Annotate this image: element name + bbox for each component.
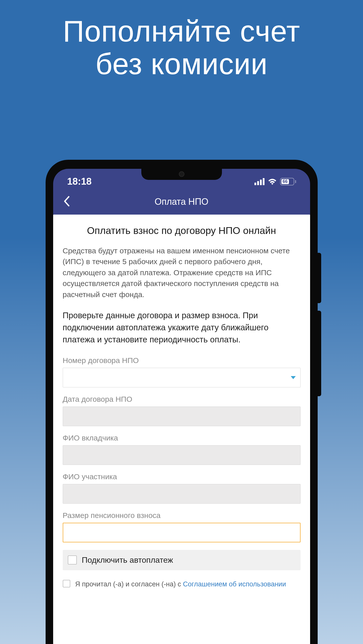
- contract-number-label: Номер договора НПО: [63, 356, 301, 365]
- contribution-amount-input[interactable]: [63, 523, 301, 542]
- agreement-section: Я прочитал (-а) и согласен (-на) с Согла…: [63, 580, 301, 589]
- signal-icon: [254, 178, 265, 185]
- autopay-checkbox[interactable]: [68, 555, 77, 565]
- phone-frame-wrapper: 18:18 66: [46, 160, 318, 644]
- phone-notch: [141, 169, 222, 180]
- content-area: Оплатить взнос по договору НПО онлайн Ср…: [53, 215, 310, 644]
- content-instruction: Проверьте данные договора и размер взнос…: [63, 309, 301, 346]
- depositor-name-label: ФИО вкладчика: [63, 434, 301, 442]
- autopay-section: Подключить автоплатеж: [63, 550, 301, 570]
- chevron-down-icon: [291, 376, 296, 379]
- contribution-amount-label: Размер пенсионного взноса: [63, 511, 301, 520]
- side-button: [318, 311, 321, 396]
- status-time: 18:18: [67, 176, 92, 187]
- depositor-name-input[interactable]: [63, 445, 301, 465]
- side-button: [318, 253, 321, 303]
- participant-name-label: ФИО участника: [63, 472, 301, 481]
- contract-number-select[interactable]: [63, 368, 301, 387]
- content-description: Средства будут отражены на вашем именном…: [63, 245, 301, 300]
- promo-headline: Пополняйте счет без комисии: [63, 15, 300, 80]
- contract-date-input[interactable]: [63, 407, 301, 426]
- autopay-label: Подключить автоплатеж: [82, 555, 173, 565]
- participant-name-input[interactable]: [63, 484, 301, 504]
- nav-header: Оплата НПО: [53, 189, 310, 215]
- content-heading: Оплатить взнос по договору НПО онлайн: [63, 225, 301, 236]
- battery-icon: 66: [280, 178, 296, 185]
- wifi-icon: [268, 178, 277, 185]
- back-button[interactable]: [63, 196, 70, 208]
- contract-date-label: Дата договора НПО: [63, 395, 301, 404]
- agreement-text: Я прочитал (-а) и согласен (-на) с Согла…: [75, 580, 286, 589]
- page-title: Оплата НПО: [63, 196, 300, 207]
- agreement-checkbox[interactable]: [63, 580, 70, 587]
- agreement-link[interactable]: Соглашением об использовании: [183, 580, 286, 588]
